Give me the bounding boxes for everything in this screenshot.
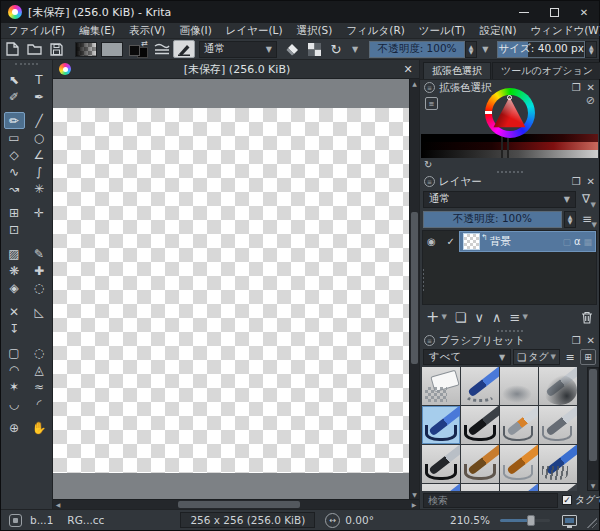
multibrush-tool[interactable]: ✳ (29, 180, 50, 197)
vertical-scrollbar[interactable]: ▲ ▼ (409, 79, 419, 499)
ellipse-tool[interactable]: ○ (29, 129, 50, 146)
preset-filter-dropdown[interactable]: すべて ▼ (423, 349, 511, 365)
freehand-brush-tool[interactable]: ✏ (4, 112, 25, 129)
layer-checkbox[interactable]: ✓ (447, 236, 455, 247)
color-profile-label[interactable]: RG...cc (67, 514, 104, 526)
gradient-chooser-swatch[interactable] (75, 42, 97, 57)
brush-preset-blue-pencil[interactable] (539, 445, 577, 483)
polygonal-selection-tool[interactable]: ◬ (29, 361, 50, 378)
brush-preset-ballpoint-blue[interactable] (422, 406, 460, 444)
open-document-button[interactable] (23, 40, 45, 58)
brush-preset-pen-blue3[interactable] (500, 484, 538, 491)
layer-blend-mode-dropdown[interactable]: 通常 ▼ (423, 191, 576, 208)
enclose-fill-tool[interactable]: ◌ (29, 279, 50, 296)
float-docker-icon[interactable]: ❐ (572, 335, 581, 346)
menu-layer[interactable]: レイヤー(L) (219, 24, 290, 38)
bezier-curve-tool[interactable]: ∿ (4, 163, 25, 180)
presets-scrollbar-thumb[interactable] (589, 369, 597, 461)
layer-lock-icon[interactable]: ▢ (562, 237, 571, 247)
move-layer-down-button[interactable]: ∨ (474, 311, 484, 324)
menu-tools[interactable]: ツール(T) (412, 24, 473, 38)
brush-preset-pencil-brush[interactable] (461, 445, 499, 483)
close-button[interactable]: ✕ (569, 1, 599, 23)
edit-brush-settings-button[interactable] (173, 40, 195, 58)
color-sampler-tool[interactable]: ✎ (29, 245, 50, 262)
scroll-up-arrow[interactable]: ▲ (410, 79, 419, 88)
color-selector-settings-icon[interactable]: ≡ (425, 97, 438, 110)
dock-tab-advanced-color-selector[interactable]: 拡張色選択 (423, 62, 491, 79)
crop-tool[interactable]: ⊡ (4, 221, 25, 238)
layer-row-background[interactable]: ◉ ✓ ↰ 背景 ▢ α ▦ (423, 231, 596, 252)
save-button[interactable] (45, 40, 67, 58)
gradient-tool[interactable]: ▨ (4, 245, 25, 262)
menu-select[interactable]: 選択(S) (290, 24, 340, 38)
layer-row-selected[interactable]: ↰ 背景 ▢ α ▦ (459, 231, 596, 252)
no-color-icon[interactable]: ⊘ (586, 94, 595, 107)
zoom-tool[interactable]: ⊕ (4, 419, 25, 436)
brush-preset-fineliner[interactable] (500, 406, 538, 444)
float-docker-icon[interactable]: ❐ (572, 176, 581, 187)
minimize-button[interactable] (509, 1, 539, 23)
freehand-selection-tool[interactable]: ◠ (4, 361, 25, 378)
layer-properties-button[interactable]: ≡▼ (509, 311, 527, 324)
menu-file[interactable]: ファイル(F) (1, 24, 72, 38)
rectangular-selection-tool[interactable]: ▢ (4, 344, 25, 361)
polygon-tool[interactable]: ◇ (4, 146, 25, 163)
brush-preset-ink-brush[interactable] (422, 445, 460, 483)
brush-size-spinner[interactable]: ▲▼ (585, 41, 597, 58)
color-wheel[interactable] (485, 88, 535, 138)
duplicate-layer-button[interactable]: ❏ (455, 311, 467, 324)
edit-shapes-tool[interactable]: ✐ (4, 88, 25, 105)
preserve-alpha-button[interactable] (303, 40, 325, 58)
opacity-slider[interactable]: 不透明度: 100% (369, 41, 465, 58)
pattern-chooser-swatch[interactable] (101, 42, 123, 57)
transparent-canvas[interactable] (53, 108, 409, 473)
new-document-button[interactable] (1, 40, 23, 58)
brush-preset-soft-round[interactable] (500, 367, 538, 405)
brush-size-slider[interactable]: サイズ: 40.00 px (497, 41, 585, 58)
brush-preset-soft-dab[interactable] (461, 484, 499, 491)
calligraphy-tool[interactable]: ✒ (29, 88, 50, 105)
smart-patch-tool[interactable]: ✚ (29, 262, 50, 279)
horizontal-scrollbar[interactable]: ◀ ▶ (53, 499, 419, 509)
dynamic-brush-tool[interactable]: ↝ (4, 180, 25, 197)
close-docker-icon[interactable]: ✕ (587, 82, 595, 93)
scroll-down-arrow[interactable]: ▼ (588, 480, 598, 490)
polyline-tool[interactable]: ∠ (29, 146, 50, 163)
maximize-button[interactable] (539, 1, 569, 23)
reload-preset-button[interactable]: ↻ (325, 40, 347, 58)
layer-inherit-alpha-icon[interactable]: ▦ (583, 237, 592, 247)
fit-to-screen-icon[interactable] (562, 515, 577, 526)
brush-preset-orange-brush[interactable] (500, 445, 538, 483)
blend-mode-dropdown[interactable]: 通常 ▼ (199, 41, 277, 58)
layer-alpha-icon[interactable]: α (574, 236, 581, 247)
vertical-scrollbar-thumb[interactable] (411, 212, 418, 364)
zoom-slider-knob[interactable] (527, 515, 535, 526)
window-resize-grip[interactable] (587, 518, 597, 528)
chevron-down-icon[interactable]: ▼ (477, 45, 493, 54)
import-resource-button[interactable]: ⊞ (580, 349, 596, 365)
move-layer-up-button[interactable]: ∧ (492, 311, 502, 324)
layer-filter-button[interactable]: ∇▼ (576, 192, 596, 206)
foreground-background-colors[interactable]: ⇄ (128, 41, 148, 58)
layer-options-button[interactable]: ≡▼ (578, 212, 596, 226)
add-layer-button[interactable]: +▼ (426, 309, 447, 325)
layer-thumbnail[interactable] (463, 233, 480, 250)
document-close-icon[interactable]: ✕ (397, 63, 419, 76)
elliptical-selection-tool[interactable]: ◌ (29, 344, 50, 361)
delete-layer-button[interactable] (581, 311, 593, 324)
color-triangle[interactable] (493, 96, 527, 130)
close-docker-icon[interactable]: ✕ (587, 176, 595, 187)
brush-preset-eraser[interactable] (422, 367, 460, 405)
move-tool[interactable]: ✛ (29, 204, 50, 221)
rectangle-tool[interactable]: ▭ (4, 129, 25, 146)
opacity-spinner[interactable]: ▲▼ (465, 41, 477, 58)
zoom-slider[interactable] (500, 519, 550, 522)
display-mode-button[interactable]: ≡ (562, 349, 578, 365)
close-docker-icon[interactable]: ✕ (587, 335, 595, 346)
bezier-selection-tool[interactable]: ◡ (4, 395, 25, 412)
tag-filter-checkbox[interactable]: ✓ タグでフィルタ (562, 493, 600, 507)
menu-settings[interactable]: 設定(N) (472, 24, 523, 38)
menu-window[interactable]: ウィンドウ(W) (524, 24, 600, 38)
select-shapes-tool[interactable]: ⬉ (4, 71, 25, 88)
